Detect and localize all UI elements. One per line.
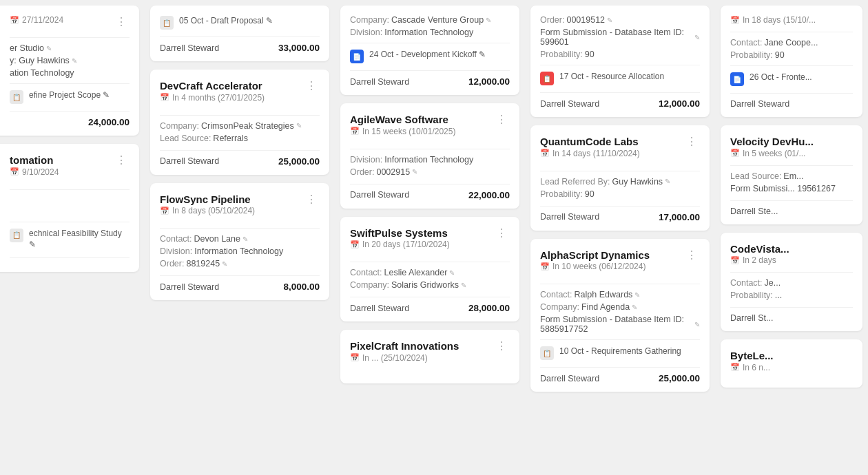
card-c1-more[interactable]: ⋮ — [113, 15, 130, 29]
card-c10: Order: 00019512 ✎ Form Submission - Data… — [530, 6, 710, 117]
card-c16: ByteLe... 📅 In 6 n... — [721, 339, 862, 388]
card-c10-amount: 12,000.00 — [659, 98, 700, 109]
edit-icon[interactable]: ✎ — [46, 45, 52, 52]
card-c9-more[interactable]: ⋮ — [493, 339, 510, 353]
card-c7: AgileWave Software 📅 In 15 weeks (10/01/… — [340, 103, 519, 209]
card-c5: FlowSync Pipeline 📅 In 8 days (05/10/202… — [150, 183, 329, 301]
card-c12-more[interactable]: ⋮ — [683, 249, 700, 262]
card-c2-subtitle: 📅 9/10/2024 — [10, 167, 59, 177]
card-c14-owner: Darrell Ste... — [730, 207, 778, 216]
edit-icon[interactable]: ✎ — [242, 235, 248, 243]
edit-icon[interactable]: ✎ — [29, 240, 36, 249]
edit-icon[interactable]: ✎ — [479, 50, 486, 59]
card-c8-owner: Darrell Steward — [350, 304, 409, 313]
card-c15-field-1: Probability: ... — [730, 291, 853, 300]
edit-icon[interactable]: ✎ — [461, 282, 466, 289]
card-c15-title: CodeVista... — [730, 242, 853, 256]
edit-icon[interactable]: ✎ — [222, 260, 227, 268]
card-c5-field-1: Division: Information Technology — [160, 246, 320, 256]
card-c1-subtitle: 📅 27/11/2024 — [10, 15, 63, 25]
card-c2-title: tomation — [10, 154, 59, 167]
card-c10-field-2: Probability: 90 — [540, 50, 700, 59]
edit-icon[interactable]: ✎ — [694, 34, 700, 41]
activity-icon: 📋 — [540, 72, 554, 85]
edit-icon[interactable]: ✎ — [449, 269, 455, 277]
card-c4-title: DevCraft Accelerator — [160, 79, 265, 93]
activity-icon: 📋 — [160, 16, 174, 30]
edit-icon[interactable]: ✎ — [634, 291, 640, 299]
card-c13-owner: Darrell Steward — [730, 99, 789, 109]
activity-icon: 📄 — [350, 50, 364, 63]
card-c4-more[interactable]: ⋮ — [303, 79, 320, 93]
card-c12-activity: 📋 10 Oct - Requirements Gathering — [540, 346, 700, 360]
card-c3-owner: Darrell Steward — [160, 43, 219, 53]
card-c11-field-1: Probability: 90 — [540, 189, 700, 199]
card-c10-owner: Darrell Steward — [540, 99, 599, 109]
edit-icon[interactable]: ✎ — [266, 16, 273, 25]
activity-icon: 📋 — [540, 346, 554, 360]
card-c1-field-1: y: Guy Hawkins ✎ — [10, 56, 130, 65]
card-c14-field-0: Lead Source: Em... — [730, 171, 853, 181]
card-c7-subtitle: 📅 In 15 weeks (10/01/2025) — [350, 127, 455, 136]
card-c11-subtitle: 📅 In 14 days (11/10/2024) — [540, 149, 640, 158]
card-c10-field-1: Form Submission - Database Item ID: 5996… — [540, 28, 700, 47]
column-4: Order: 00019512 ✎ Form Submission - Data… — [525, 0, 715, 475]
edit-icon[interactable]: ✎ — [296, 122, 302, 129]
edit-icon[interactable]: ✎ — [632, 304, 637, 311]
card-c4-subtitle: 📅 In 4 months (27/01/2025) — [160, 93, 265, 103]
column-2: 📋 05 Oct - Draft Proposal ✎ Darrell Stew… — [145, 0, 335, 475]
edit-icon[interactable]: ✎ — [486, 17, 491, 24]
card-c7-title: AgileWave Software — [350, 113, 455, 127]
column-5: 📅 In 18 days (15/10/... Contact: Jane Co… — [715, 0, 868, 475]
edit-icon[interactable]: ✎ — [665, 178, 670, 185]
card-c14-field-1: Form Submissi... 19561267 — [730, 184, 853, 193]
card-c5-more[interactable]: ⋮ — [303, 193, 320, 207]
card-c5-amount: 8,000.00 — [283, 282, 320, 292]
card-c12-title: AlphaScript Dynamics — [540, 249, 650, 262]
card-c5-field-2: Order: 8819245 ✎ — [160, 259, 320, 268]
card-c7-more[interactable]: ⋮ — [493, 113, 510, 127]
edit-icon[interactable]: ✎ — [412, 168, 417, 176]
card-c4-owner: Darrell Steward — [160, 156, 219, 166]
card-c9-subtitle: 📅 In ... (25/10/2024) — [350, 353, 459, 363]
card-c3-activity: 📋 05 Oct - Draft Proposal ✎ — [160, 15, 320, 30]
card-c1-activity: 📋 efine Project Scope ✎ — [10, 89, 130, 104]
card-c10-field-0: Order: 00019512 ✎ — [540, 15, 700, 25]
card-c3: 📋 05 Oct - Draft Proposal ✎ Darrell Stew… — [150, 6, 329, 61]
card-c10-activity: 📋 17 Oct - Resource Allocation — [540, 71, 700, 85]
edit-icon[interactable]: ✎ — [103, 90, 110, 100]
activity-icon: 📋 — [10, 90, 23, 104]
card-c8: SwiftPulse Systems 📅 In 20 days (17/10/2… — [340, 217, 519, 322]
card-c8-subtitle: 📅 In 20 days (17/10/2024) — [350, 240, 450, 249]
card-c6: Company: Cascade Venture Group ✎ Divisio… — [340, 6, 519, 95]
card-c15-subtitle: 📅 In 2 days — [730, 255, 853, 265]
card-c8-title: SwiftPulse Systems — [350, 226, 450, 240]
card-c6-owner: Darrell Steward — [350, 77, 409, 87]
card-c6-amount: 12,000.00 — [468, 76, 510, 87]
card-c8-more[interactable]: ⋮ — [493, 226, 510, 240]
card-c14: Velocity DevHu... 📅 In 5 weeks (01/... L… — [721, 125, 862, 224]
column-3: Company: Cascade Venture Group ✎ Divisio… — [335, 0, 525, 475]
card-c11: QuantumCode Labs 📅 In 14 days (11/10/202… — [530, 125, 710, 231]
card-c12: AlphaScript Dynamics 📅 In 10 weeks (06/1… — [530, 239, 710, 392]
card-c1-amount: 24,000.00 — [88, 117, 130, 127]
edit-icon[interactable]: ✎ — [607, 17, 612, 24]
card-c11-field-0: Lead Referred By: Guy Hawkins ✎ — [540, 177, 700, 187]
card-c1-field-0: er Studio ✎ — [10, 43, 130, 53]
card-c2-more[interactable]: ⋮ — [113, 154, 130, 167]
card-c2-activity: 📋 echnical Feasibility Study ✎ — [10, 228, 130, 251]
card-c2: tomation 📅 9/10/2024 ⋮ 📋 echnical Feasib… — [0, 144, 139, 272]
card-c13-activity: 📄 26 Oct - Fronte... — [730, 72, 853, 86]
edit-icon[interactable]: ✎ — [694, 321, 700, 328]
card-c11-title: QuantumCode Labs — [540, 135, 640, 149]
card-c12-field-0: Contact: Ralph Edwards ✎ — [540, 290, 700, 299]
card-c11-more[interactable]: ⋮ — [683, 135, 700, 149]
card-c1: 📅 27/11/2024 ⋮ er Studio ✎ y: Guy Hawkin… — [0, 6, 139, 136]
column-1: 📅 27/11/2024 ⋮ er Studio ✎ y: Guy Hawkin… — [0, 0, 145, 475]
card-c7-amount: 22,000.00 — [468, 190, 510, 200]
card-c13-subtitle: 📅 In 18 days (15/10/... — [730, 15, 853, 25]
card-c15-owner: Darrell St... — [730, 313, 774, 323]
card-c4-amount: 25,000.00 — [278, 156, 320, 167]
edit-icon[interactable]: ✎ — [72, 57, 77, 65]
card-c9-title: PixelCraft Innovations — [350, 339, 459, 353]
